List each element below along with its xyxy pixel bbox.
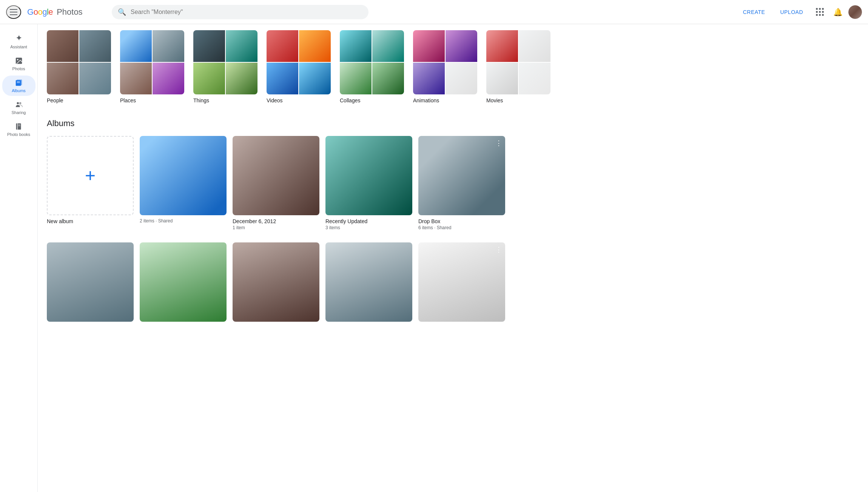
albums-grid-bottom: ⋮ bbox=[47, 242, 859, 325]
apps-button[interactable] bbox=[812, 5, 827, 20]
things-photo-3 bbox=[193, 63, 225, 94]
category-label-things: Things bbox=[193, 97, 209, 103]
collages-photo-1 bbox=[340, 30, 372, 62]
upload-button[interactable]: UPLOAD bbox=[774, 6, 809, 18]
things-photo-4 bbox=[226, 63, 257, 94]
bottom-album-3[interactable] bbox=[233, 242, 319, 325]
collages-photo-2 bbox=[372, 30, 404, 62]
album-photo-2 bbox=[233, 136, 319, 215]
movies-photo-2 bbox=[519, 30, 550, 62]
sidebar-item-sharing[interactable]: Sharing bbox=[2, 97, 35, 118]
create-button[interactable]: CREATE bbox=[737, 6, 771, 18]
category-label-videos: Videos bbox=[267, 97, 283, 103]
bottom-album-2[interactable] bbox=[140, 242, 227, 325]
places-photo-2 bbox=[153, 30, 184, 62]
album-item-1[interactable]: 2 items · Shared bbox=[140, 136, 227, 230]
photobooks-icon bbox=[15, 122, 23, 131]
album-meta-2: 1 item bbox=[233, 225, 319, 230]
animations-mosaic bbox=[413, 30, 477, 94]
bottom-album-4[interactable] bbox=[325, 242, 412, 325]
collages-photo-4 bbox=[372, 63, 404, 94]
category-people[interactable]: People bbox=[47, 30, 111, 103]
menu-button[interactable] bbox=[6, 5, 21, 19]
album-title-3: Recently Updated bbox=[325, 218, 412, 224]
bottom-photo-1 bbox=[47, 242, 134, 322]
bottom-thumb-3 bbox=[233, 242, 319, 322]
albums-icon bbox=[15, 79, 23, 87]
album-item-3[interactable]: Recently Updated 3 items bbox=[325, 136, 412, 230]
svg-rect-8 bbox=[16, 123, 21, 130]
search-icon: 🔍 bbox=[118, 8, 126, 16]
plus-icon: + bbox=[85, 167, 96, 185]
logo[interactable]: Google Photos bbox=[27, 7, 83, 17]
category-label-movies: Movies bbox=[486, 97, 503, 103]
animations-photo-2 bbox=[446, 30, 477, 62]
sidebar-label-sharing: Sharing bbox=[12, 110, 26, 115]
category-label-collages: Collages bbox=[340, 97, 360, 103]
sidebar-label-assistant: Assistant bbox=[10, 45, 27, 49]
movies-photo-4 bbox=[519, 63, 550, 94]
album-meta-1: 2 items · Shared bbox=[140, 218, 227, 224]
more-dots-icon[interactable]: ⋮ bbox=[495, 139, 502, 147]
category-movies[interactable]: Movies bbox=[486, 30, 550, 103]
category-videos[interactable]: Videos bbox=[267, 30, 331, 103]
album-title-dropbox: Drop Box bbox=[418, 218, 505, 224]
bottom-thumb-5: ⋮ bbox=[418, 242, 505, 322]
bottom-photo-4 bbox=[325, 242, 412, 322]
sidebar-label-photobooks: Photo books bbox=[7, 132, 30, 137]
places-photo-1 bbox=[120, 30, 152, 62]
header-right: CREATE UPLOAD 🔔 bbox=[737, 5, 862, 20]
categories-grid: People Places Things bbox=[47, 30, 859, 103]
albums-section-title: Albums bbox=[47, 119, 859, 128]
album-photo-3 bbox=[325, 136, 412, 215]
bottom-album-5[interactable]: ⋮ bbox=[418, 242, 505, 325]
album-meta-3: 3 items bbox=[325, 225, 412, 230]
movies-mosaic bbox=[486, 30, 550, 94]
album-thumb-1 bbox=[140, 136, 227, 215]
logo-google: Google bbox=[27, 7, 53, 17]
things-photo-1 bbox=[193, 30, 225, 62]
sidebar-item-photobooks[interactable]: Photo books bbox=[2, 119, 35, 140]
bottom-thumb-2 bbox=[140, 242, 227, 322]
category-label-animations: Animations bbox=[413, 97, 439, 103]
header-left: Google Photos bbox=[6, 5, 112, 19]
videos-photo-4 bbox=[299, 63, 331, 94]
album-item-dropbox[interactable]: ⋮ Drop Box 6 items · Shared bbox=[418, 136, 505, 230]
sidebar-item-assistant[interactable]: ✦ Assistant bbox=[2, 30, 35, 52]
svg-point-1 bbox=[17, 59, 18, 60]
header: Google Photos 🔍 CREATE UPLOAD 🔔 bbox=[0, 0, 868, 24]
avatar-image bbox=[848, 5, 862, 19]
search-bar[interactable]: 🔍 bbox=[112, 5, 368, 19]
category-things[interactable]: Things bbox=[193, 30, 257, 103]
category-animations[interactable]: Animations bbox=[413, 30, 477, 103]
category-collages[interactable]: Collages bbox=[340, 30, 404, 103]
sidebar-item-albums[interactable]: Albums bbox=[2, 76, 35, 96]
svg-point-6 bbox=[17, 102, 19, 105]
sidebar-item-photos[interactable]: Photos bbox=[2, 54, 35, 74]
videos-photo-1 bbox=[267, 30, 298, 62]
album-thumb-dropbox: ⋮ bbox=[418, 136, 505, 215]
category-label-people: People bbox=[47, 97, 63, 103]
people-photo-4 bbox=[79, 63, 111, 94]
album-item-2[interactable]: December 6, 2012 1 item bbox=[233, 136, 319, 230]
bell-icon: 🔔 bbox=[833, 8, 843, 17]
bottom-album-1[interactable] bbox=[47, 242, 134, 325]
grid-icon bbox=[816, 8, 824, 16]
notifications-button[interactable]: 🔔 bbox=[830, 5, 845, 20]
more-dots-icon-bottom[interactable]: ⋮ bbox=[495, 245, 502, 254]
new-album-item[interactable]: + New album bbox=[47, 136, 134, 230]
people-photo-1 bbox=[47, 30, 79, 62]
new-album-button[interactable]: + bbox=[47, 136, 134, 215]
bottom-photo-5: ⋮ bbox=[418, 242, 505, 322]
people-mosaic bbox=[47, 30, 111, 94]
search-input[interactable] bbox=[131, 9, 362, 15]
movies-photo-3 bbox=[486, 63, 518, 94]
sidebar-label-photos: Photos bbox=[12, 66, 25, 71]
animations-photo-3 bbox=[413, 63, 445, 94]
videos-photo-3 bbox=[267, 63, 298, 94]
avatar[interactable] bbox=[848, 5, 862, 19]
videos-photo-2 bbox=[299, 30, 331, 62]
album-photo-dropbox bbox=[418, 136, 505, 215]
category-places[interactable]: Places bbox=[120, 30, 184, 103]
sharing-icon bbox=[15, 100, 23, 109]
